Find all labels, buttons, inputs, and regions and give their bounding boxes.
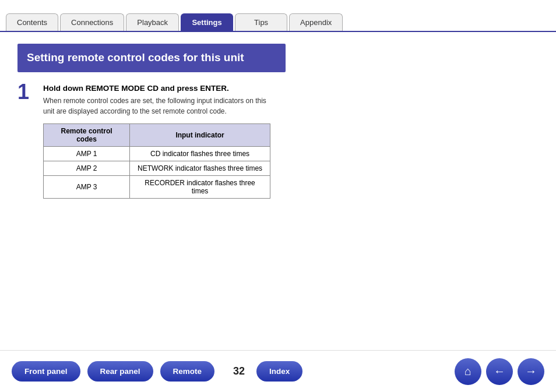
back-button[interactable]: ←: [486, 358, 513, 385]
bottom-nav: Front panel Rear panel Remote 32 Index ⌂…: [0, 350, 556, 392]
forward-button[interactable]: →: [518, 358, 544, 385]
main-content: Setting remote control codes for this un…: [0, 32, 556, 392]
tab-settings[interactable]: Settings: [181, 13, 233, 31]
remote-button[interactable]: Remote: [160, 361, 215, 382]
step-1-desc: When remote control codes are set, the f…: [43, 96, 276, 116]
tab-contents[interactable]: Contents: [6, 13, 58, 31]
table-row: AMP 1 CD indicator flashes three times: [44, 146, 270, 161]
front-panel-button[interactable]: Front panel: [12, 361, 80, 382]
step-1-title: Hold down REMOTE MODE CD and press ENTER…: [43, 84, 539, 93]
page-number: 32: [233, 365, 245, 377]
table-row: AMP 2 NETWORK indicator flashes three ti…: [44, 161, 270, 175]
nav-tabs: Contents Connections Playback Settings T…: [0, 0, 556, 32]
step-1-number: 1: [17, 82, 35, 199]
table-cell-indicator: NETWORK indicator flashes three times: [130, 161, 270, 175]
table-cell-indicator: CD indicator flashes three times: [130, 146, 270, 161]
table-cell-indicator: RECORDER indicator flashes three times: [130, 175, 270, 198]
home-button[interactable]: ⌂: [455, 358, 481, 385]
tab-appendix[interactable]: Appendix: [289, 13, 343, 31]
table-header-codes: Remote control codes: [44, 123, 130, 146]
remote-codes-table: Remote control codes Input indicator AMP…: [43, 123, 270, 199]
step-1-content: Hold down REMOTE MODE CD and press ENTER…: [43, 84, 539, 199]
tab-connections[interactable]: Connections: [60, 13, 124, 31]
table-cell-code: AMP 1: [44, 146, 130, 161]
table-cell-code: AMP 2: [44, 161, 130, 175]
page-title: Setting remote control codes for this un…: [17, 44, 286, 72]
rear-panel-button[interactable]: Rear panel: [87, 361, 153, 382]
tab-tips[interactable]: Tips: [235, 13, 287, 31]
index-button[interactable]: Index: [256, 361, 302, 382]
table-cell-code: AMP 3: [44, 175, 130, 198]
tab-playback[interactable]: Playback: [126, 13, 179, 31]
table-row: AMP 3 RECORDER indicator flashes three t…: [44, 175, 270, 198]
step-1-section: 1 Hold down REMOTE MODE CD and press ENT…: [17, 84, 539, 199]
table-header-indicator: Input indicator: [130, 123, 270, 146]
